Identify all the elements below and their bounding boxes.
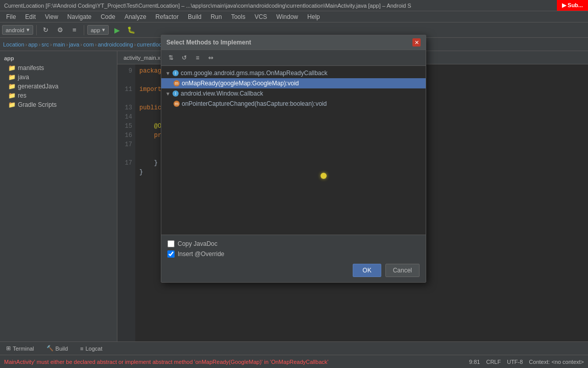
project-dropdown-label: android <box>6 27 24 33</box>
dialog-titlebar: Select Methods to Implement ✕ <box>161 35 426 50</box>
ok-button[interactable]: OK <box>353 264 381 277</box>
logcat-label: Logcat <box>85 346 102 352</box>
tree-item-onmapreadycallback[interactable]: ▼ I com.google.android.gms.maps.OnMapRea… <box>161 68 426 78</box>
method-icon-onpointer: m <box>174 101 180 107</box>
folder-gradle-icon: 📁 <box>8 101 16 108</box>
sidebar-item-manifests[interactable]: 📁 manifests <box>0 63 117 73</box>
filter-button[interactable]: ⇔ <box>205 52 216 63</box>
tree-item-onpointercapturechanged[interactable]: m onPointerCaptureChanged(hasCapture:boo… <box>161 99 426 109</box>
sidebar-label-res: res <box>18 92 27 99</box>
more-button[interactable]: ≡ <box>68 24 81 36</box>
tree-toggle-2: ▼ <box>165 91 170 97</box>
collapse-button[interactable]: ≡ <box>192 52 203 63</box>
breadcrumb-java[interactable]: java <box>69 41 79 48</box>
toolbar-separator-1 <box>36 25 37 35</box>
terminal-label: Terminal <box>13 346 34 352</box>
select-methods-dialog: Select Methods to Implement ✕ ⇅ ↺ ≡ ⇔ ▼ … <box>161 35 426 283</box>
title-bar: CurrentLocation [F:\#Android Coding\YT_P… <box>0 0 588 11</box>
breadcrumb-src[interactable]: src <box>41 41 49 48</box>
insert-override-row[interactable]: Insert @Override <box>167 250 420 258</box>
terminal-icon: ⊞ <box>6 345 11 352</box>
run-button[interactable]: ▶ <box>111 24 123 36</box>
logcat-icon: ≡ <box>80 346 83 352</box>
chevron-down-app-icon: ▾ <box>102 27 105 33</box>
folder-manifests-icon: 📁 <box>8 64 16 72</box>
copy-javadoc-label: Copy JavaDoc <box>178 240 217 247</box>
right-status: 9:81 CRLF UTF-8 Context: <no context> <box>469 359 584 365</box>
breadcrumb-androidcoding[interactable]: androidcoding <box>97 41 133 48</box>
tree-item-windowcallback[interactable]: ▼ I android.view.Window.Callback <box>161 88 426 99</box>
menu-build[interactable]: Build <box>184 12 206 21</box>
dialog-title: Select Methods to Implement <box>166 39 251 46</box>
insert-override-checkbox[interactable] <box>167 250 175 258</box>
tree-label-onpointercapturechanged: onPointerCaptureChanged(hasCapture:boole… <box>182 100 327 107</box>
toolbar-separator-2 <box>84 25 84 35</box>
copy-javadoc-checkbox[interactable] <box>167 240 175 247</box>
sync-button[interactable]: ↻ <box>40 24 52 36</box>
bottom-tab-terminal[interactable]: ⊞ Terminal <box>3 344 37 353</box>
build-icon: 🔨 <box>46 345 54 352</box>
insert-override-label: Insert @Override <box>178 250 225 258</box>
sidebar-item-gradle[interactable]: 📁 Gradle Scripts <box>0 100 117 109</box>
menu-navigate[interactable]: Navigate <box>63 12 95 21</box>
menu-view[interactable]: View <box>41 12 62 21</box>
folder-res-icon: 📁 <box>8 92 16 99</box>
menu-bar: File Edit View Navigate Code Analyze Ref… <box>0 11 588 22</box>
chevron-down-icon: ▾ <box>27 27 30 33</box>
app-dropdown[interactable]: app ▾ <box>87 25 109 35</box>
menu-refactor[interactable]: Refactor <box>152 12 183 21</box>
cursor-position: 9:81 <box>469 359 480 365</box>
context-info: Context: <no context> <box>529 359 584 365</box>
menu-edit[interactable]: Edit <box>21 12 40 21</box>
menu-code[interactable]: Code <box>96 12 119 21</box>
menu-vcs[interactable]: VCS <box>251 12 272 21</box>
title-text: CurrentLocation [F:\#Android Coding\YT_P… <box>4 3 411 9</box>
method-icon-onmapready: m <box>174 80 180 86</box>
settings-button[interactable]: ⚙ <box>54 24 66 36</box>
cancel-button[interactable]: Cancel <box>385 264 420 277</box>
menu-help[interactable]: Help <box>303 12 324 21</box>
sidebar-label-java: java <box>18 74 29 81</box>
tree-label-windowcallback: android.view.Window.Callback <box>181 90 263 97</box>
sidebar-header: app <box>0 53 117 63</box>
dialog-close-button[interactable]: ✕ <box>412 38 421 47</box>
sidebar-label-generatedjava: generatedJava <box>18 83 58 90</box>
menu-tools[interactable]: Tools <box>227 12 250 21</box>
bottom-tab-logcat[interactable]: ≡ Logcat <box>77 344 105 353</box>
breadcrumb-location[interactable]: Location <box>3 41 24 48</box>
sidebar: app 📁 manifests 📁 java 📁 generatedJava 📁… <box>0 51 117 341</box>
project-dropdown[interactable]: android ▾ <box>2 25 33 35</box>
sidebar-item-res[interactable]: 📁 res <box>0 91 117 100</box>
tree-item-onmapready[interactable]: m onMapReady(googleMap:GoogleMap):void <box>161 78 426 88</box>
sidebar-label-gradle: Gradle Scripts <box>18 101 57 108</box>
folder-java-icon: 📁 <box>8 74 16 81</box>
encoding: UTF-8 <box>507 359 523 365</box>
dialog-tree[interactable]: ▼ I com.google.android.gms.maps.OnMapRea… <box>161 66 426 235</box>
menu-file[interactable]: File <box>2 12 20 21</box>
bottom-tab-build[interactable]: 🔨 Build <box>43 344 71 353</box>
breadcrumb-app[interactable]: app <box>28 41 37 48</box>
breadcrumb-main[interactable]: main <box>53 41 65 48</box>
build-label: Build <box>56 346 68 352</box>
tree-toggle-1: ▼ <box>165 71 170 76</box>
expand-button[interactable]: ↺ <box>179 52 190 63</box>
interface-icon-2: I <box>173 90 179 97</box>
sort-button[interactable]: ⇅ <box>165 52 177 63</box>
tab-activity-main-label: activity_main.xml <box>124 55 166 61</box>
menu-analyze[interactable]: Analyze <box>120 12 151 21</box>
menu-window[interactable]: Window <box>272 12 302 21</box>
bottom-panel: ⊞ Terminal 🔨 Build ≡ Logcat <box>0 341 588 355</box>
breadcrumb-com[interactable]: com <box>83 41 94 48</box>
line-separator: CRLF <box>486 359 501 365</box>
status-error-text: MainActivity' must either be declared ab… <box>4 359 328 365</box>
folder-generatedjava-icon: 📁 <box>8 83 16 90</box>
status-bar: MainActivity' must either be declared ab… <box>0 355 588 368</box>
youtube-badge[interactable]: ▶ Sub... <box>557 0 588 11</box>
sidebar-label-manifests: manifests <box>18 64 44 72</box>
menu-run[interactable]: Run <box>207 12 226 21</box>
debug-button[interactable]: 🐛 <box>125 24 137 36</box>
sidebar-item-java[interactable]: 📁 java <box>0 73 117 82</box>
sidebar-item-generatedjava[interactable]: 📁 generatedJava <box>0 82 117 91</box>
app-dropdown-label: app <box>91 27 100 33</box>
copy-javadoc-row[interactable]: Copy JavaDoc <box>167 240 420 247</box>
